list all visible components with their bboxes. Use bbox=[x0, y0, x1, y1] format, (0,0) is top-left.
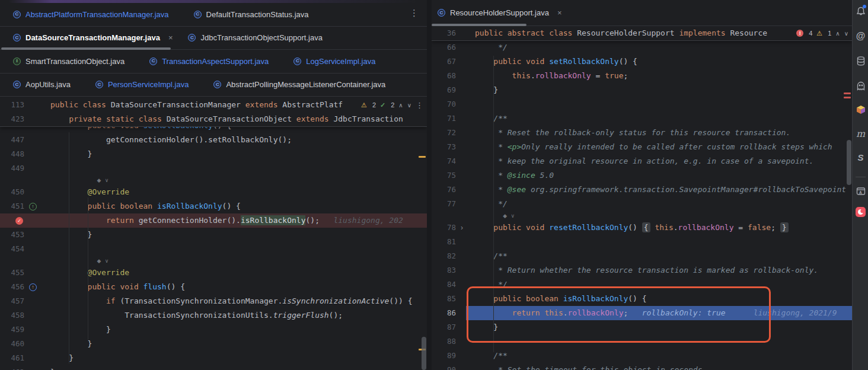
code-line[interactable]: 423 private static class DataSourceTrans… bbox=[0, 112, 427, 126]
ghost-icon[interactable] bbox=[853, 78, 868, 94]
editor-tab[interactable]: CAbstractPlatformTransactionManager.java bbox=[13, 10, 169, 19]
spiral-icon[interactable]: @ bbox=[853, 28, 868, 44]
code-line[interactable]: 82 /** bbox=[432, 249, 852, 263]
token: <p> bbox=[508, 142, 521, 151]
code-line[interactable]: 453 } bbox=[0, 228, 427, 242]
code-vision-icon[interactable]: ◆ ∨ bbox=[97, 258, 110, 264]
code-line[interactable]: 85 public boolean isRollbackOnly() { bbox=[432, 292, 852, 306]
left-editor[interactable]: public void setRollbackOnly() {447 getCo… bbox=[0, 97, 427, 370]
translate-a-icon[interactable]: A bbox=[853, 184, 868, 199]
implements-method-icon[interactable]: ↑ bbox=[29, 203, 37, 210]
code-vision-row[interactable]: ◆ ∨ bbox=[432, 211, 852, 221]
code-line[interactable]: 88 bbox=[432, 334, 852, 349]
code-line[interactable]: 77 */ bbox=[432, 197, 852, 211]
inspections-widget[interactable]: ⚠2✓2∧∨⋮ bbox=[361, 101, 427, 110]
code-line[interactable]: 72 * Reset the rollback-only status for … bbox=[432, 126, 852, 140]
red-app-icon[interactable] bbox=[853, 204, 868, 219]
toolbar-divider bbox=[856, 177, 866, 177]
editor-tab[interactable]: CDataSourceTransactionManager.java× bbox=[13, 33, 173, 42]
class-icon: C bbox=[438, 9, 445, 17]
code-line[interactable]: 81 bbox=[432, 235, 852, 249]
line-number: 73 bbox=[432, 140, 458, 154]
package-icon[interactable] bbox=[853, 102, 868, 117]
code-line[interactable]: 457 if (TransactionSynchronizationManage… bbox=[0, 294, 427, 308]
code-line[interactable]: 461 } bbox=[0, 351, 427, 365]
code-line[interactable]: 69 } bbox=[432, 83, 852, 97]
code-line[interactable]: 455 @Override bbox=[0, 266, 427, 280]
code-vision-icon[interactable]: ◆ ∨ bbox=[503, 213, 516, 219]
code-line[interactable]: 75 * @since 5.0 bbox=[432, 168, 852, 183]
scrollbar-thumb[interactable] bbox=[422, 337, 426, 370]
maven-m-icon[interactable]: m bbox=[853, 126, 868, 141]
code-line[interactable]: 71 /** bbox=[432, 111, 852, 126]
prev-problem-icon[interactable]: ∧ bbox=[398, 102, 403, 109]
inspections-widget[interactable]: !4⚠1∧∨ bbox=[796, 30, 852, 37]
code-line[interactable]: 462} bbox=[0, 365, 427, 370]
database-icon[interactable] bbox=[853, 53, 868, 69]
left-editor-pane[interactable]: CAbstractPlatformTransactionManager.java… bbox=[0, 0, 427, 370]
error-stripe-mark[interactable] bbox=[844, 92, 851, 94]
code-line[interactable]: 68 this.rollbackOnly = true; bbox=[432, 69, 852, 83]
editor-tab[interactable]: CDefaultTransactionStatus.java bbox=[194, 10, 309, 19]
code-line[interactable]: 86 return this.rollbackOnly; rollbackOnl… bbox=[432, 306, 852, 320]
code-vision-icon[interactable]: ◆ ∨ bbox=[97, 177, 110, 183]
editor-tab[interactable]: CAbstractPollingMessageListenerContainer… bbox=[213, 80, 385, 89]
editor-splitter[interactable] bbox=[427, 0, 432, 370]
token: public boolean bbox=[50, 202, 157, 210]
code-line[interactable]: 456↑ public void flush() { bbox=[0, 280, 427, 294]
notifications-bell-icon[interactable] bbox=[853, 4, 868, 19]
error-stripe-mark[interactable] bbox=[419, 156, 426, 158]
code-vision-row[interactable]: ◆ ∨ bbox=[0, 256, 427, 266]
token: return bbox=[50, 216, 139, 225]
token: setRollbackOnly bbox=[549, 57, 618, 66]
more-options-icon[interactable]: ⋮ bbox=[410, 8, 419, 18]
editor-tab[interactable]: CResourceHolderSupport.java× bbox=[438, 8, 562, 17]
code-line[interactable]: 76 * @see org.springframework.transactio… bbox=[432, 183, 852, 197]
code-line[interactable]: 459 } bbox=[0, 323, 427, 337]
more-options-icon[interactable]: ⋮ bbox=[416, 101, 423, 110]
code-line[interactable]: 36public abstract class ResourceHolderSu… bbox=[432, 26, 852, 40]
close-icon[interactable]: × bbox=[557, 8, 562, 17]
code-line[interactable]: 83 * Return whether the resource transac… bbox=[432, 263, 852, 278]
right-editor[interactable]: 66 */67 public void setRollbackOnly() {6… bbox=[432, 26, 852, 370]
code-line[interactable]: ✓ return getConnectionHolder().isRollbac… bbox=[0, 213, 427, 228]
editor-tab[interactable]: CPersonServiceImpl.java bbox=[95, 80, 189, 89]
code-line[interactable]: 458 TransactionSynchronizationUtils.trig… bbox=[0, 308, 427, 323]
close-icon[interactable]: × bbox=[168, 33, 173, 42]
code-line[interactable]: 448 } bbox=[0, 147, 427, 161]
editor-tab[interactable]: ISmartTransactionObject.java bbox=[13, 57, 125, 66]
next-problem-icon[interactable]: ∨ bbox=[407, 102, 411, 109]
code-line[interactable]: 73 * <p>Only really intended to be calle… bbox=[432, 140, 852, 154]
code-line[interactable]: 451↑ public boolean isRollbackOnly() { bbox=[0, 199, 427, 213]
code-line[interactable]: 89 /** bbox=[432, 349, 852, 363]
prev-problem-icon[interactable]: ∧ bbox=[835, 30, 840, 37]
overrides-method-icon[interactable]: ↑ bbox=[29, 283, 37, 291]
next-problem-icon[interactable]: ∨ bbox=[844, 30, 848, 37]
code-line[interactable]: 90 * Set the timeout for this object in … bbox=[432, 363, 852, 370]
right-editor-pane[interactable]: CResourceHolderSupport.java× 66 */67 pub… bbox=[432, 0, 852, 370]
code-line[interactable]: 70 bbox=[432, 97, 852, 111]
editor-tab[interactable]: CJdbcTransactionObjectSupport.java bbox=[188, 33, 322, 42]
code-line[interactable]: 454 bbox=[0, 242, 427, 256]
swirl-s-icon[interactable]: S bbox=[853, 149, 868, 165]
code-line[interactable]: 67 public void setRollbackOnly() { bbox=[432, 55, 852, 69]
code-line[interactable]: 87 } bbox=[432, 320, 852, 334]
editor-tab[interactable]: CLogServiceImpl.java bbox=[293, 57, 375, 66]
code-line[interactable]: 460 } bbox=[0, 337, 427, 351]
warning-icon: ⚠ bbox=[361, 101, 367, 109]
code-line[interactable]: 447 getConnectionHolder().setRollbackOnl… bbox=[0, 133, 427, 147]
breakpoint-icon[interactable]: ✓ bbox=[15, 217, 23, 225]
editor-tab[interactable]: CTransactionAspectSupport.java bbox=[149, 57, 269, 66]
code-line[interactable]: 113public class DataSourceTransactionMan… bbox=[0, 98, 427, 112]
code-line[interactable]: 449 bbox=[0, 161, 427, 176]
code-line[interactable]: 74 * keep the original resource in actio… bbox=[432, 154, 852, 168]
code-line[interactable]: 66 */ bbox=[432, 40, 852, 55]
code-line[interactable]: 84 */ bbox=[432, 278, 852, 292]
fold-arrow-icon[interactable]: › bbox=[461, 224, 463, 232]
code-vision-row[interactable]: ◆ ∨ bbox=[0, 176, 427, 185]
scrollbar-thumb[interactable] bbox=[847, 140, 851, 185]
code-line[interactable]: 450 @Override bbox=[0, 185, 427, 199]
error-stripe-mark[interactable] bbox=[844, 97, 851, 98]
editor-tab[interactable]: CAopUtils.java bbox=[13, 80, 71, 89]
code-line[interactable]: 78› public void resetRollbackOnly() { th… bbox=[432, 221, 852, 235]
